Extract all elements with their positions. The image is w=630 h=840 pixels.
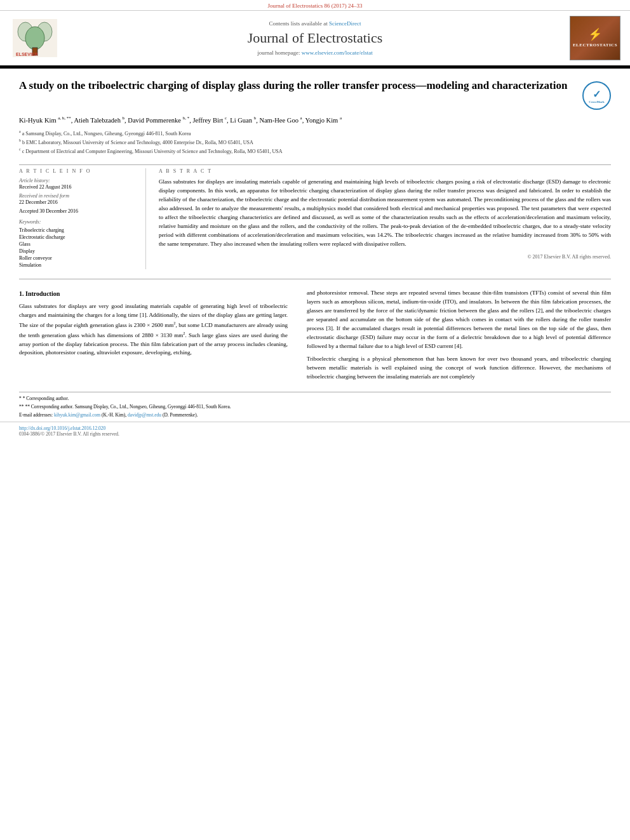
article-info-col: A R T I C L E I N F O Article history: R… [19,168,146,269]
keywords-label: Keywords: [19,219,133,225]
body-section: 1. Introduction Glass substrates for dis… [0,286,630,388]
email1-author: (K.-H. Kim), [102,412,126,418]
paper-title: A study on the triboelectric charging of… [19,78,576,93]
homepage-line: journal homepage: www.elsevier.com/locat… [257,50,372,56]
lightning-icon: ⚡ [588,27,602,41]
email-link-1[interactable]: kihyuk.kim@gmail.com [54,412,100,418]
introduction-heading: 1. Introduction [19,289,288,299]
elsevier-tree-icon: ELSEVIER [13,19,57,57]
journal-title: Journal of Electrostatics [248,30,383,46]
svg-text:ELSEVIER: ELSEVIER [16,52,38,57]
homepage-link[interactable]: www.elsevier.com/locate/elstat [302,50,373,56]
svg-point-3 [25,27,44,50]
abstract-label: A B S T R A C T [159,168,611,174]
journal-top-bar: Journal of Electrostatics 86 (2017) 24–3… [0,0,630,11]
sciencedirect-link[interactable]: ScienceDirect [329,20,361,27]
section-number: 1. [19,290,24,297]
keyword-5: Roller conveyor [19,255,133,261]
section-divider-2 [19,279,611,279]
authors-line: Ki-Hyuk Kim a, b, **, Atieh Talebzadeh b… [19,115,611,126]
copyright-line: © 2017 Elsevier B.V. All rights reserved… [159,254,611,260]
doi-url[interactable]: http://dx.doi.org/10.1016/j.elstat.2016.… [19,425,105,431]
electrostatics-logo-container: ⚡ ELECTROSTATICS [566,16,624,60]
doi-bar: http://dx.doi.org/10.1016/j.elstat.2016.… [0,422,630,440]
affiliation-b: b b EMC Laboratory, Missouri University … [19,138,611,147]
email-link-2[interactable]: davidjp@mst.edu [128,412,161,418]
elsevier-logo: ELSEVIER [13,19,57,57]
section-title: Introduction [25,290,60,297]
intro-para-1: Glass substrates for displays are very g… [19,302,288,358]
paper-header: A study on the triboelectric charging of… [0,69,630,164]
accepted-date: Accepted 30 December 2016 [19,208,133,214]
revised-date: 22 December 2016 [19,199,133,205]
revised-label: Received in revised form [19,193,133,199]
affiliations: a a Samsung Display, Co., Ltd., Nongseo,… [19,129,611,155]
intro-para-2: and photoresistor removal. These steps a… [307,289,611,351]
crossmark-badge: ✓ CrossMark [582,81,611,110]
footnote-emails: E-mail addresses: kihyuk.kim@gmail.com (… [19,411,611,418]
intro-para-3: Triboelectric charging is a physical phe… [307,355,611,382]
electrostatics-logo-box: ⚡ ELECTROSTATICS [570,16,620,60]
footnote-section: * * Corresponding author. ** ** Correspo… [19,392,611,419]
keyword-4: Display [19,248,133,254]
email2-author: (D. Pommerenke). [163,412,198,418]
keyword-3: Glass [19,241,133,247]
abstract-col: A B S T R A C T Glass substrates for dis… [146,168,611,269]
star2-symbol: ** [19,404,24,410]
electrostatics-logo-text: ELECTROSTATICS [573,43,617,49]
body-left-col: 1. Introduction Glass substrates for dis… [19,289,297,385]
history-label: Article history: [19,178,133,183]
crossmark-label: CrossMark [589,100,604,103]
email-label: E-mail addresses: [19,412,53,418]
keyword-1: Triboelectric charging [19,227,133,233]
footnote-star1: * * Corresponding author. [19,395,611,402]
journal-header-center: Contents lists available at ScienceDirec… [70,16,560,60]
journal-header: ELSEVIER Contents lists available at Sci… [0,11,630,67]
journal-citation: Journal of Electrostatics 86 (2017) 24–3… [267,3,362,9]
issn-line: 0304-3886/© 2017 Elsevier B.V. All right… [19,431,611,437]
abstract-text: Glass substrates for displays are insula… [159,178,611,249]
doi-link[interactable]: http://dx.doi.org/10.1016/j.elstat.2016.… [19,425,611,431]
elsevier-logo-container: ELSEVIER [6,16,64,60]
star1-symbol: * [19,396,22,401]
body-right-col: and photoresistor removal. These steps a… [297,289,611,385]
affiliation-a: a a Samsung Display, Co., Ltd., Nongseo,… [19,129,611,138]
affiliation-c: c c Department of Electrical and Compute… [19,147,611,156]
keyword-2: Electrostatic discharge [19,234,133,240]
footnote-star2: ** ** Corresponding author. Samsung Disp… [19,403,611,410]
contents-available-line: Contents lists available at ScienceDirec… [269,20,361,27]
article-info-label: A R T I C L E I N F O [19,168,133,174]
info-abstract-section: A R T I C L E I N F O Article history: R… [0,165,630,272]
paper-title-row: A study on the triboelectric charging of… [19,78,611,110]
keyword-6: Simulation [19,262,133,268]
crossmark-icon: ✓ [593,88,601,100]
received-date: Received 22 August 2016 [19,184,133,190]
